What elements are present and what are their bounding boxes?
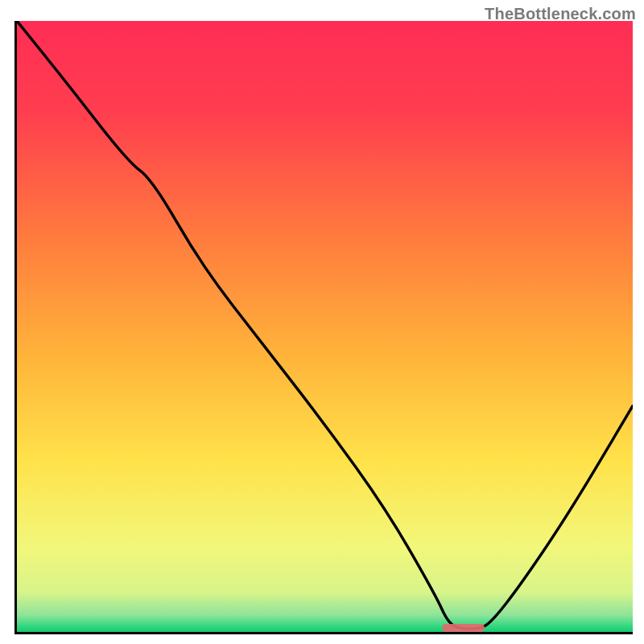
bottleneck-curve bbox=[17, 21, 633, 629]
optimal-range-marker bbox=[442, 624, 485, 632]
chart-frame: TheBottleneck.com bbox=[0, 0, 644, 644]
curve-layer bbox=[17, 21, 633, 632]
plot-area bbox=[14, 21, 633, 634]
